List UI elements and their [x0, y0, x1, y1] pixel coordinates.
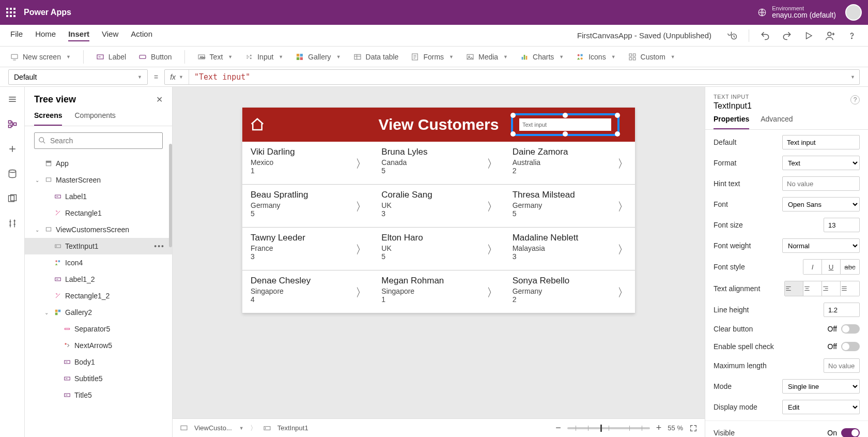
share-button[interactable]	[825, 30, 836, 41]
tree-item[interactable]: ⌄Gallery2	[25, 304, 172, 321]
tree-item[interactable]: Rectangle1	[25, 205, 172, 221]
tree-tab-screens[interactable]: Screens	[34, 108, 62, 126]
app-launcher-icon[interactable]	[6, 8, 16, 17]
footer-screen-name[interactable]: ViewCusto...	[194, 424, 232, 432]
insert-label[interactable]: Label	[96, 53, 126, 61]
props-tab-advanced[interactable]: Advanced	[761, 115, 793, 129]
menu-action[interactable]: Action	[131, 29, 152, 41]
app-preview-screen[interactable]: View Customers Text input Viki DarlingMe…	[242, 108, 635, 313]
chevron-down-icon[interactable]: ▼	[239, 426, 244, 431]
menu-insert[interactable]: Insert	[68, 29, 89, 41]
prop-visible-toggle[interactable]	[841, 428, 860, 437]
tree-item[interactable]: Subtitle5	[25, 370, 172, 387]
undo-button[interactable]	[760, 30, 771, 41]
chevron-right-icon[interactable]: 〉	[487, 285, 498, 300]
tree-tab-components[interactable]: Components	[74, 108, 115, 126]
formula-input[interactable]: Text input	[189, 72, 845, 82]
fontstyle-underline-button[interactable]: U	[822, 260, 841, 274]
prop-fontsize-input[interactable]	[824, 218, 860, 232]
align-center-button[interactable]	[803, 281, 822, 296]
gallery-cell[interactable]: Bruna LylesCanada5〉	[373, 142, 504, 184]
tree-search-input[interactable]	[34, 132, 163, 149]
insert-media-dropdown[interactable]: Media▼	[466, 53, 508, 61]
tree-item[interactable]: Icon4	[25, 254, 172, 271]
menu-view[interactable]: View	[102, 29, 118, 41]
home-icon[interactable]	[250, 117, 265, 132]
gallery-cell[interactable]: Elton HaroUK5〉	[373, 228, 504, 270]
fontstyle-strike-button[interactable]: abc	[841, 260, 859, 274]
tree-item[interactable]: TextInput1•••	[25, 238, 172, 254]
menu-file[interactable]: File	[10, 29, 23, 41]
chevron-right-icon[interactable]: 〉	[355, 156, 367, 172]
tree-item[interactable]: Label1_2	[25, 271, 172, 288]
gallery-cell[interactable]: Viki DarlingMexico1〉	[242, 142, 373, 184]
prop-maxlen-input[interactable]	[824, 358, 860, 373]
app-checker-icon[interactable]	[727, 30, 738, 41]
new-screen-button[interactable]: New screen▼	[10, 53, 71, 61]
prop-lineheight-input[interactable]	[824, 303, 860, 317]
chevron-right-icon[interactable]: 〉	[487, 199, 498, 215]
chevron-right-icon[interactable]: 〉	[487, 156, 498, 172]
redo-button[interactable]	[781, 30, 793, 41]
chevron-right-icon[interactable]: 〉	[617, 242, 629, 258]
tree-item[interactable]: Title5	[25, 387, 172, 403]
tree-scrollbar-thumb[interactable]	[169, 144, 172, 247]
user-avatar[interactable]	[845, 4, 862, 21]
fit-to-screen-icon[interactable]	[689, 424, 698, 432]
prop-hint-input[interactable]	[782, 176, 860, 191]
align-right-button[interactable]	[822, 281, 841, 296]
gallery-cell[interactable]: Tawny LeederFrance3〉	[242, 228, 373, 270]
selected-textinput-control[interactable]: Text input	[511, 113, 619, 136]
gallery-cell[interactable]: Megan RohmanSingapore1〉	[373, 270, 504, 313]
rail-add-icon[interactable]	[7, 144, 18, 154]
props-help-icon[interactable]: ?	[850, 95, 860, 104]
gallery-cell[interactable]: Denae ChesleySingapore4〉	[242, 270, 373, 313]
gallery-cell[interactable]: Thresa MilsteadGermany5〉	[504, 185, 635, 227]
prop-displaymode-select[interactable]: Edit	[782, 400, 860, 414]
prop-fontweight-select[interactable]: Normal	[782, 238, 860, 253]
chevron-right-icon[interactable]: 〉	[355, 285, 367, 300]
tree-item[interactable]: Separator5	[25, 321, 172, 337]
prop-spell-toggle[interactable]	[841, 342, 860, 351]
rail-hamburger-icon[interactable]	[7, 94, 18, 104]
prop-mode-select[interactable]: Single line	[782, 379, 860, 394]
insert-charts-dropdown[interactable]: Charts▼	[520, 53, 564, 61]
play-button[interactable]	[803, 30, 814, 41]
insert-icons-dropdown[interactable]: Icons▼	[576, 53, 615, 61]
formula-expand-icon[interactable]: ▼	[846, 74, 859, 80]
rail-tree-icon[interactable]	[7, 119, 18, 129]
tree-item[interactable]: Label1	[25, 188, 172, 205]
prop-font-select[interactable]: Open Sans	[782, 197, 860, 212]
gallery-cell[interactable]: Sonya RebelloGermany2〉	[504, 270, 635, 313]
chevron-right-icon[interactable]: 〉	[617, 199, 629, 215]
footer-control-name[interactable]: TextInput1	[277, 424, 308, 432]
textinput-inner[interactable]: Text input	[519, 118, 611, 131]
insert-custom-dropdown[interactable]: Custom▼	[628, 53, 675, 61]
menu-home[interactable]: Home	[35, 29, 56, 41]
chevron-right-icon[interactable]: 〉	[617, 156, 629, 172]
chevron-right-icon[interactable]: 〉	[355, 242, 367, 258]
insert-text-dropdown[interactable]: Abc Text▼	[197, 53, 233, 61]
chevron-right-icon[interactable]: 〉	[487, 242, 498, 258]
prop-default-input[interactable]	[782, 135, 860, 149]
insert-gallery-dropdown[interactable]: Gallery▼	[296, 53, 340, 61]
rail-data-icon[interactable]	[7, 169, 18, 179]
fx-button[interactable]: fx▼	[165, 70, 189, 84]
align-justify-button[interactable]	[841, 281, 859, 296]
insert-button[interactable]: Button	[138, 53, 172, 61]
gallery-cell[interactable]: Daine ZamoraAustralia2〉	[504, 142, 635, 184]
tree-close-icon[interactable]: ✕	[156, 95, 163, 104]
zoom-out-button[interactable]: −	[555, 423, 561, 433]
tree-item[interactable]: ⌄ViewCustomersScreen	[25, 221, 172, 238]
tree-item[interactable]: Body1	[25, 354, 172, 370]
insert-forms-dropdown[interactable]: Forms▼	[411, 53, 454, 61]
prop-format-select[interactable]: Text	[782, 156, 860, 170]
gallery-cell[interactable]: Madaline NeblettMalayasia3〉	[504, 228, 635, 270]
chevron-right-icon[interactable]: 〉	[355, 199, 367, 215]
rail-media-icon[interactable]	[7, 193, 18, 204]
zoom-slider[interactable]	[567, 427, 650, 429]
tree-item[interactable]: ⌄MasterScreen	[25, 172, 172, 188]
tree-item[interactable]: NextArrow5	[25, 337, 172, 354]
fontstyle-italic-button[interactable]: I	[803, 260, 822, 274]
chevron-right-icon[interactable]: 〉	[617, 285, 629, 300]
